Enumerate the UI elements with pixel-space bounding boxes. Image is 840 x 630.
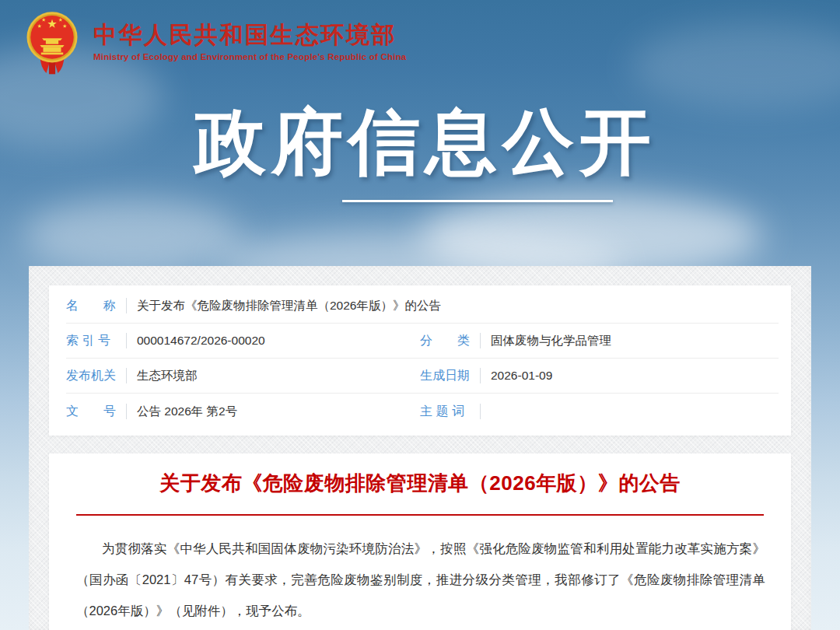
cloud-decoration bbox=[630, 23, 840, 109]
meta-cell: 生成日期 2026-01-09 bbox=[420, 359, 779, 393]
banner-underline bbox=[342, 200, 613, 202]
announcement-paragraph: 为贯彻落实《中华人民共和国固体废物污染环境防治法》，按照《强化危险废物监管和利用… bbox=[76, 533, 765, 626]
meta-value-category: 固体废物与化学品管理 bbox=[491, 324, 611, 358]
meta-cell: 发布机关 生态环境部 bbox=[66, 359, 420, 393]
meta-value-index-number: 000014672/2026-00020 bbox=[137, 324, 265, 358]
page: 中华人民共和国生态环境部 Ministry of Ecology and Env… bbox=[0, 0, 840, 630]
meta-label-index-number: 索 引 号 bbox=[66, 324, 116, 358]
document-meta-card: 名 称 关于发布《危险废物排除管理清单（2026年版）》的公告 索 引 号 00… bbox=[49, 285, 791, 436]
meta-row-index-category: 索 引 号 000014672/2026-00020 分 类 固体废物与化学品管… bbox=[66, 324, 779, 359]
label-separator bbox=[480, 368, 481, 383]
meta-value-document-number: 公告 2026年 第2号 bbox=[137, 394, 237, 429]
meta-row-name: 名 称 关于发布《危险废物排除管理清单（2026年版）》的公告 bbox=[66, 289, 779, 324]
meta-cell: 索 引 号 000014672/2026-00020 bbox=[66, 324, 420, 358]
meta-label-document-number: 文 号 bbox=[66, 394, 116, 429]
label-separator bbox=[126, 368, 127, 383]
china-national-emblem-icon[interactable] bbox=[26, 11, 79, 76]
label-separator bbox=[126, 333, 127, 348]
ministry-name-cn[interactable]: 中华人民共和国生态环境部 bbox=[93, 22, 406, 47]
label-separator bbox=[480, 404, 481, 419]
meta-row-issuer-date: 发布机关 生态环境部 生成日期 2026-01-09 bbox=[66, 359, 779, 394]
label-separator bbox=[480, 333, 481, 348]
meta-value-name: 关于发布《危险废物排除管理清单（2026年版）》的公告 bbox=[137, 289, 441, 323]
ministry-name-en: Ministry of Ecology and Environment of t… bbox=[93, 52, 406, 61]
title-divider-line bbox=[76, 514, 764, 516]
meta-label-keywords: 主 题 词 bbox=[420, 394, 470, 429]
meta-value-issuing-agency: 生态环境部 bbox=[137, 359, 198, 393]
page-banner-title: 政府信息公开 bbox=[0, 104, 840, 180]
meta-cell: 名 称 关于发布《危险废物排除管理清单（2026年版）》的公告 bbox=[66, 289, 779, 323]
meta-cell: 主 题 词 bbox=[420, 394, 779, 429]
header-titles: 中华人民共和国生态环境部 Ministry of Ecology and Env… bbox=[93, 11, 406, 61]
meta-label-name: 名 称 bbox=[66, 289, 116, 323]
meta-value-generated-date: 2026-01-09 bbox=[491, 359, 552, 393]
meta-label-issuing-agency: 发布机关 bbox=[66, 359, 116, 393]
announcement-card: 关于发布《危险废物排除管理清单（2026年版）》的公告 为贯彻落实《中华人民共和… bbox=[49, 453, 791, 630]
meta-label-category: 分 类 bbox=[420, 324, 470, 358]
announcement-title: 关于发布《危险废物排除管理清单（2026年版）》的公告 bbox=[49, 472, 791, 495]
meta-cell: 分 类 固体废物与化学品管理 bbox=[420, 324, 779, 358]
cloud-decoration bbox=[23, 198, 241, 272]
content-container: 名 称 关于发布《危险废物排除管理清单（2026年版）》的公告 索 引 号 00… bbox=[29, 266, 811, 630]
site-header: 中华人民共和国生态环境部 Ministry of Ecology and Env… bbox=[26, 11, 406, 76]
label-separator bbox=[126, 298, 127, 313]
meta-label-generated-date: 生成日期 bbox=[420, 359, 470, 393]
meta-cell: 文 号 公告 2026年 第2号 bbox=[66, 394, 420, 429]
label-separator bbox=[126, 404, 127, 419]
meta-row-docno-keywords: 文 号 公告 2026年 第2号 主 题 词 bbox=[66, 394, 779, 429]
